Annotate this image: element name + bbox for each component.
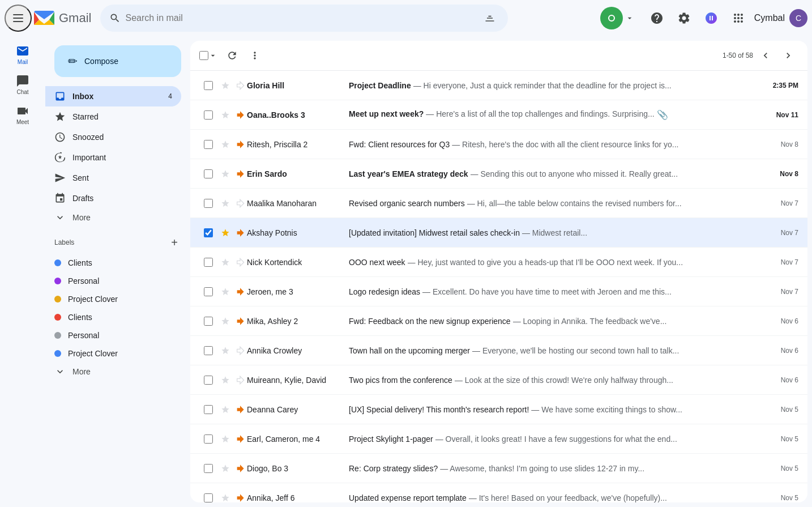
nav-item-sent[interactable]: Sent <box>45 168 181 188</box>
apps-btn[interactable] <box>727 7 750 29</box>
email-checkbox-3[interactable] <box>204 169 213 178</box>
email-checkbox-11[interactable] <box>204 405 213 414</box>
status-btn[interactable] <box>618 7 641 29</box>
email-checkbox-7[interactable] <box>204 287 213 296</box>
add-label-btn[interactable]: + <box>168 236 181 249</box>
labels-header: Labels + <box>45 227 190 254</box>
label-project-clover2[interactable]: Project Clover <box>45 344 181 363</box>
email-time-0: 2:35 PM <box>753 82 798 90</box>
email-subject-4: Revised organic search numbers <box>349 199 465 208</box>
email-content-7: Logo redesign ideas — Excellent. Do have… <box>349 287 753 296</box>
email-row[interactable]: Muireann, Kylie, David Two pics from the… <box>190 365 807 395</box>
email-row[interactable]: Annika Crowley Town hall on the upcoming… <box>190 336 807 365</box>
nav-item-inbox[interactable]: Inbox 4 <box>45 86 181 106</box>
label-clients1[interactable]: Clients <box>45 254 181 272</box>
star-btn-0[interactable] <box>217 81 233 90</box>
star-btn-8[interactable] <box>217 317 233 326</box>
star-btn-3[interactable] <box>217 169 233 178</box>
label-clients2[interactable]: Clients <box>45 308 181 326</box>
email-checkbox-9[interactable] <box>204 346 213 355</box>
email-row[interactable]: Annika, Jeff 6 Updated expense report te… <box>190 483 807 502</box>
nav-panel: ✏ Compose Inbox 4 Starred <box>45 36 190 507</box>
meet-icon <box>16 104 29 118</box>
star-btn-12[interactable] <box>217 434 233 444</box>
sidebar-icon-mail[interactable]: Mail <box>11 41 34 69</box>
important-marker-8 <box>233 317 247 326</box>
compose-button[interactable]: ✏ Compose <box>54 45 181 77</box>
email-sender-11: Deanna Carey <box>247 405 349 414</box>
not-important-marker-icon <box>236 346 245 355</box>
email-row[interactable]: Jeroen, me 3 Logo redesign ideas — Excel… <box>190 277 807 306</box>
email-checkbox-2[interactable] <box>204 140 213 149</box>
star-btn-10[interactable] <box>217 376 233 385</box>
email-checkbox-5[interactable] <box>204 228 213 237</box>
email-checkbox-10[interactable] <box>204 376 213 385</box>
search-input[interactable] <box>125 13 476 23</box>
sidebar-icon-chat[interactable]: Chat <box>11 71 34 99</box>
email-checkbox-1[interactable] <box>204 110 213 120</box>
label-personal1[interactable]: Personal <box>45 272 181 290</box>
refresh-btn[interactable] <box>222 45 242 66</box>
email-checkbox-14[interactable] <box>204 493 213 502</box>
next-page-btn[interactable] <box>778 45 798 66</box>
email-checkbox-13[interactable] <box>204 464 213 473</box>
star-btn-6[interactable] <box>217 258 233 267</box>
email-row[interactable]: Ritesh, Priscilla 2 Fwd: Client resource… <box>190 130 807 159</box>
email-row[interactable]: Oana..Brooks 3 Meet up next week? — Here… <box>190 100 807 130</box>
main-content: 1-50 of 58 Gloria Hill Pro <box>190 41 807 502</box>
email-row[interactable]: Akshay Potnis [Updated invitation] Midwe… <box>190 218 807 248</box>
nav-item-snoozed[interactable]: Snoozed <box>45 127 181 147</box>
labels-more[interactable]: More <box>45 363 190 381</box>
email-row[interactable]: Earl, Cameron, me 4 Project Skylight 1-p… <box>190 424 807 454</box>
email-row[interactable]: Mika, Ashley 2 Fwd: Feedback on the new … <box>190 306 807 336</box>
help-btn[interactable] <box>646 7 668 29</box>
email-preview-10: — Look at the size of this crowd! We're … <box>455 376 673 385</box>
email-checkbox-12[interactable] <box>204 434 213 444</box>
email-checkbox-0[interactable] <box>204 81 213 90</box>
more-options-btn[interactable] <box>245 45 265 66</box>
nav-item-starred[interactable]: Starred <box>45 106 181 127</box>
email-check-10 <box>199 376 217 385</box>
star-btn-1[interactable] <box>217 110 233 120</box>
email-preview-7: — Excellent. Do have you have time to me… <box>422 287 672 296</box>
email-preview-5: — Midwest retail... <box>522 228 587 237</box>
email-preview-8: — Looping in Annika. The feedback we've.… <box>513 317 667 326</box>
nav-item-more[interactable]: More <box>45 208 190 227</box>
email-checkbox-6[interactable] <box>204 258 213 267</box>
settings-btn[interactable] <box>673 7 695 29</box>
star-btn-11[interactable] <box>217 405 233 414</box>
label-dot-personal2 <box>54 332 61 339</box>
email-row[interactable]: Nick Kortendick OOO next week — Hey, jus… <box>190 248 807 277</box>
gemini-btn[interactable] <box>700 7 723 29</box>
nav-item-drafts[interactable]: Drafts <box>45 188 181 208</box>
email-row[interactable]: Diogo, Bo 3 Re: Corp strategy slides? — … <box>190 454 807 483</box>
email-row[interactable]: Maalika Manoharan Revised organic search… <box>190 189 807 218</box>
email-subject-12: Project Skylight 1-pager <box>349 434 433 444</box>
more-nav-icon <box>54 212 66 223</box>
star-btn-7[interactable] <box>217 287 233 296</box>
email-checkbox-4[interactable] <box>204 199 213 208</box>
email-row[interactable]: Erin Sardo Last year's EMEA strategy dec… <box>190 159 807 189</box>
star-btn-4[interactable] <box>217 199 233 208</box>
prev-page-btn[interactable] <box>755 45 776 66</box>
hamburger-menu[interactable] <box>5 5 32 32</box>
star-btn-9[interactable] <box>217 346 233 355</box>
email-row[interactable]: Deanna Carey [UX] Special delivery! This… <box>190 395 807 424</box>
label-personal2[interactable]: Personal <box>45 326 181 344</box>
important-marker-5 <box>233 228 247 237</box>
sidebar-icon-meet[interactable]: Meet <box>11 101 34 129</box>
label-project-clover1[interactable]: Project Clover <box>45 290 181 308</box>
star-btn-14[interactable] <box>217 493 233 502</box>
star-btn-5[interactable] <box>217 228 233 237</box>
nav-item-important[interactable]: Important <box>45 147 181 168</box>
search-filter-btn[interactable] <box>481 9 499 27</box>
chat-label: Chat <box>16 89 28 95</box>
select-dropdown-btn[interactable] <box>206 49 220 62</box>
search-input-wrapper[interactable] <box>100 5 508 32</box>
star-btn-2[interactable] <box>217 140 233 149</box>
email-check-1 <box>199 110 217 120</box>
email-row[interactable]: Gloria Hill Project Deadline — Hi everyo… <box>190 71 807 100</box>
email-checkbox-8[interactable] <box>204 317 213 326</box>
star-btn-13[interactable] <box>217 464 233 473</box>
avatar[interactable]: C <box>789 9 807 27</box>
